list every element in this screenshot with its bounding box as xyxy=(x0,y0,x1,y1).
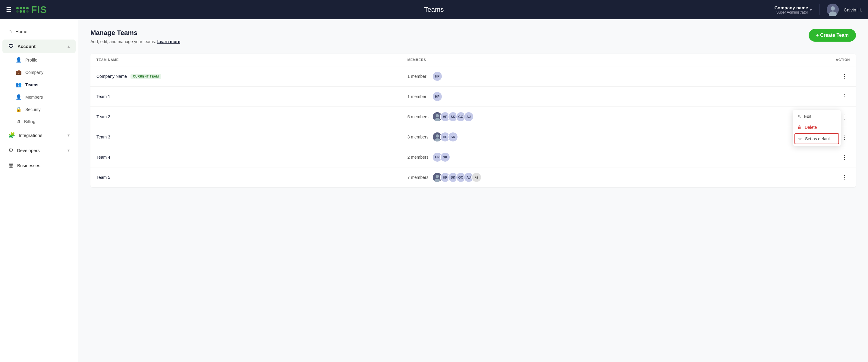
team-name-text: Team 2 xyxy=(96,114,110,119)
sidebar-item-teams[interactable]: 👥 Teams xyxy=(2,79,76,90)
table-row: Team 2 5 members HPSKGCAJ ⋮ ✎ Edit 🗑 Del… xyxy=(90,107,856,127)
context-menu-edit[interactable]: ✎ Edit xyxy=(793,111,841,122)
sidebar: ⌂ Home 🛡 Account ▴ 👤 Profile 💼 Company 👥… xyxy=(0,19,79,362)
table-header-row: TEAM NAME MEMBERS ACTION xyxy=(90,54,856,66)
team-name-cell: Team 2 xyxy=(90,107,401,127)
sidebar-item-integrations[interactable]: 🧩 Integrations ▾ xyxy=(2,128,76,142)
avatar-group: HPSK xyxy=(432,152,450,162)
avatar-group: HP xyxy=(432,71,442,81)
member-count: 5 members xyxy=(407,114,429,119)
sidebar-item-home[interactable]: ⌂ Home xyxy=(2,25,76,38)
businesses-icon: ▦ xyxy=(8,162,13,169)
three-dots-button[interactable]: ⋮ xyxy=(839,152,850,162)
user-name: Calvin H. xyxy=(844,7,862,12)
company-selector[interactable]: Company name Super Administrator ▾ xyxy=(774,5,812,15)
logo-dot xyxy=(20,10,22,13)
context-menu-delete[interactable]: 🗑 Delete xyxy=(793,122,841,133)
logo-dot xyxy=(26,10,29,13)
svg-point-7 xyxy=(435,134,439,138)
teams-icon: 👥 xyxy=(16,82,22,87)
sidebar-integrations-label: Integrations xyxy=(19,133,64,138)
home-icon: ⌂ xyxy=(8,28,12,35)
member-count: 1 member xyxy=(407,74,429,79)
three-dots-button[interactable]: ⋮ xyxy=(839,92,850,101)
sidebar-developers-label: Developers xyxy=(17,148,64,153)
sidebar-item-company[interactable]: 💼 Company xyxy=(2,66,76,78)
sidebar-businesses-label: Businesses xyxy=(17,163,70,168)
company-icon: 💼 xyxy=(16,69,22,75)
lock-icon: 🔒 xyxy=(16,107,22,112)
set-default-label: Set as default xyxy=(805,136,831,141)
sidebar-item-profile[interactable]: 👤 Profile xyxy=(2,54,76,66)
dev-icon: ⚙ xyxy=(8,147,13,154)
action-cell: ⋮ xyxy=(750,167,856,188)
member-count: 3 members xyxy=(407,135,429,139)
member-count: 1 member xyxy=(407,94,429,99)
sidebar-security-label: Security xyxy=(25,107,41,112)
col-header-members: MEMBERS xyxy=(401,54,750,66)
logo-dot xyxy=(23,10,25,13)
sidebar-billing-label: Billing xyxy=(24,119,35,124)
avatar-group: HPSK xyxy=(432,132,458,142)
team-name-text: Team 5 xyxy=(96,175,110,180)
sidebar-profile-label: Profile xyxy=(25,58,37,62)
members-cell: 1 member HP xyxy=(401,87,750,107)
avatar-group: HPSKGCAJ+2 xyxy=(432,172,482,183)
members-cell: 3 members HPSK xyxy=(401,127,750,147)
members-cell: 2 members HPSK xyxy=(401,147,750,167)
logo-dots xyxy=(16,7,29,13)
context-menu-set-default[interactable]: ☆ Set as default xyxy=(795,133,839,144)
sidebar-item-security[interactable]: 🔒 Security xyxy=(2,104,76,115)
action-cell: ⋮ xyxy=(750,66,856,87)
svg-point-1 xyxy=(831,6,835,10)
menu-icon[interactable]: ☰ xyxy=(6,6,11,13)
logo-dot xyxy=(23,7,25,9)
logo-dot xyxy=(16,10,19,13)
logo-text: FIS xyxy=(31,4,47,16)
avatar-chip: AJ xyxy=(464,112,474,122)
three-dots-button[interactable]: ⋮ xyxy=(839,172,850,182)
col-header-team-name: TEAM NAME xyxy=(90,54,401,66)
sidebar-item-businesses[interactable]: ▦ Businesses xyxy=(2,158,76,172)
team-name-text: Team 4 xyxy=(96,155,110,160)
shield-icon: 🛡 xyxy=(8,43,14,50)
avatar-overflow: +2 xyxy=(471,172,482,183)
team-name-text: Team 3 xyxy=(96,135,110,139)
team-name-cell: Team 5 xyxy=(90,167,401,188)
star-icon: ☆ xyxy=(798,136,802,141)
topbar-divider xyxy=(819,4,819,15)
logo: FIS xyxy=(16,4,47,16)
team-name-cell: Team 3 xyxy=(90,127,401,147)
sidebar-item-developers[interactable]: ⚙ Developers ▾ xyxy=(2,143,76,157)
avatar-chip: HP xyxy=(432,71,442,81)
teams-table: TEAM NAME MEMBERS ACTION Company NameCUR… xyxy=(90,54,856,187)
learn-more-link[interactable]: Learn more xyxy=(157,39,180,44)
sidebar-item-billing[interactable]: 🖥 Billing xyxy=(2,116,76,127)
members-cell: 5 members HPSKGCAJ xyxy=(401,107,750,127)
table-row: Team 4 2 members HPSK⋮ xyxy=(90,147,856,167)
current-team-badge: CURRENT TEAM xyxy=(130,74,161,79)
trash-icon: 🗑 xyxy=(798,125,802,130)
avatar-chip: HP xyxy=(432,91,442,102)
sidebar-home-label: Home xyxy=(16,29,70,34)
content-area: Manage Teams Add, edit, and manage your … xyxy=(79,19,868,362)
company-info-text: Company name Super Administrator xyxy=(774,5,808,15)
member-count: 2 members xyxy=(407,155,429,160)
company-role: Super Administrator xyxy=(774,10,808,15)
delete-label: Delete xyxy=(805,125,817,130)
topbar: ☰ FIS Teams Company name Super Administr… xyxy=(0,0,868,19)
sidebar-item-account[interactable]: 🛡 Account ▴ xyxy=(2,39,76,53)
chevron-down-icon: ▾ xyxy=(810,7,812,12)
members-cell: 7 members HPSKGCAJ+2 xyxy=(401,167,750,188)
sidebar-item-members[interactable]: 👤 Members xyxy=(2,91,76,103)
svg-point-4 xyxy=(435,114,439,117)
action-cell: ⋮ xyxy=(750,147,856,167)
team-name-cell: Company NameCURRENT TEAM xyxy=(90,66,401,87)
page-title: Manage Teams xyxy=(90,29,856,37)
team-name-text: Team 1 xyxy=(96,94,110,99)
three-dots-button[interactable]: ⋮ xyxy=(839,72,850,81)
team-name-cell: Team 4 xyxy=(90,147,401,167)
svg-point-10 xyxy=(435,175,439,178)
create-team-button[interactable]: + Create Team xyxy=(809,29,856,41)
table-row: Team 5 7 members HPSKGCAJ+2⋮ xyxy=(90,167,856,188)
